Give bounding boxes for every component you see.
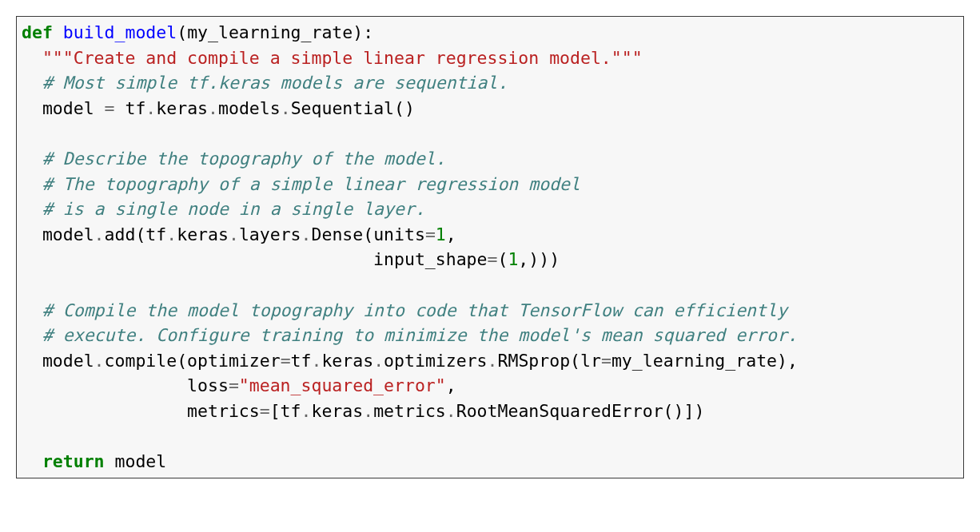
code-token: return [42,451,105,471]
code-token: = [425,224,436,244]
code-token: = [260,401,270,421]
code-token: . [94,351,105,371]
code-token: = [229,375,239,395]
code-token: # Compile the model topography into code… [42,300,787,320]
code-token: . [281,98,291,118]
code-token: = [601,351,612,371]
code-token: def [22,22,53,42]
code-token: # is a single node in a single layer. [42,199,425,219]
code-token: . [145,98,156,118]
code-token: """Create and compile a simple linear re… [42,48,643,68]
code-token: . [301,224,312,244]
code-token: # Describe the topography of the model. [42,149,446,169]
code-token: . [373,351,384,371]
code-token: = [487,249,497,269]
code-token: = [281,351,291,371]
code-token: # execute. Configure training to minimiz… [42,325,798,345]
code-token: # Most simple tf.keras models are sequen… [42,73,508,93]
code-block: def build_model(my_learning_rate): """Cr… [22,20,958,474]
code-token: "mean_squared_error" [239,375,446,395]
code-container: def build_model(my_learning_rate): """Cr… [16,16,964,478]
code-token: 1 [436,224,446,244]
code-token: . [446,401,456,421]
code-token: # The topography of a simple linear regr… [42,174,580,194]
code-token: . [488,351,498,371]
code-token: . [208,98,218,118]
code-token: . [166,224,177,244]
code-token: . [363,401,373,421]
code-token: . [301,401,312,421]
code-token: . [229,224,239,244]
code-token: build_model [63,22,177,42]
code-token: . [311,351,321,371]
code-token: . [94,224,105,244]
code-token: 1 [508,249,518,269]
code-token: = [105,98,115,118]
